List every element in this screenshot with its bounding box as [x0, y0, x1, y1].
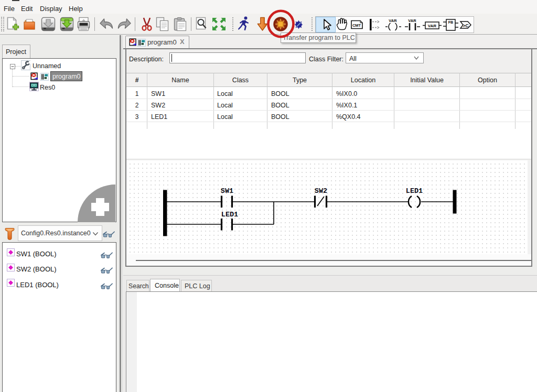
svg-text:>C: >C	[463, 23, 468, 28]
svg-text:SW2: SW2	[315, 187, 327, 195]
svg-text:LED1: LED1	[221, 211, 238, 219]
svg-text:VAR: VAR	[408, 18, 416, 23]
svg-text:SW1: SW1	[221, 187, 233, 195]
svg-text:FB: FB	[448, 20, 453, 24]
svg-text:VAR: VAR	[389, 18, 397, 23]
svg-text:LED1: LED1	[406, 187, 423, 195]
svg-text:CMT: CMT	[352, 23, 361, 28]
svg-text:VAR: VAR	[428, 24, 437, 28]
